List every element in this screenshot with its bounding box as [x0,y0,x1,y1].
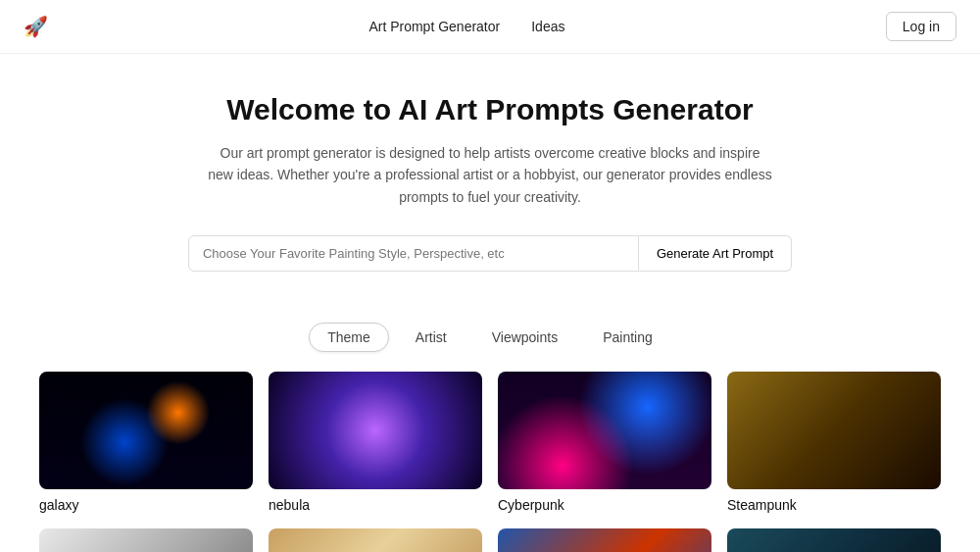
tab-theme[interactable]: Theme [309,323,389,352]
logo[interactable]: 🚀 [24,15,48,38]
gallery-item[interactable]: Cthulhu Mythos [727,528,941,552]
gallery-item-label: nebula [269,497,482,513]
gallery-item-label: Steampunk [727,497,941,513]
hero-section: Welcome to AI Art Prompts Generator Our … [0,54,980,323]
gallery-item[interactable]: galaxy [39,372,253,513]
tab-painting[interactable]: Painting [584,323,671,352]
hero-title: Welcome to AI Art Prompts Generator [16,93,964,126]
login-button[interactable]: Log in [886,12,956,41]
gallery-item-label: galaxy [39,497,253,513]
gallery-item[interactable]: Greek myths [269,528,482,552]
hero-description: Our art prompt generator is designed to … [206,142,774,208]
gallery-item[interactable]: robot [498,528,711,552]
search-row: Generate Art Prompt [16,235,964,272]
gallery-item[interactable]: Steampunk [727,372,941,513]
category-tabs: Theme Artist Viewpoints Painting [0,323,980,352]
gallery-item[interactable]: Nordic myths [39,528,253,552]
navbar: 🚀 Art Prompt Generator Ideas Log in [0,0,980,54]
generate-button[interactable]: Generate Art Prompt [639,235,792,272]
nav-link-art-prompt-generator[interactable]: Art Prompt Generator [368,19,500,34]
nav-link-ideas[interactable]: Ideas [531,19,564,34]
tab-viewpoints[interactable]: Viewpoints [473,323,576,352]
gallery-item[interactable]: nebula [269,372,482,513]
logo-icon: 🚀 [24,15,48,38]
search-input[interactable] [188,235,639,272]
nav-links: Art Prompt Generator Ideas [368,19,564,34]
gallery-item[interactable]: Cyberpunk [498,372,711,513]
tab-artist[interactable]: Artist [397,323,466,352]
gallery-item-label: Cyberpunk [498,497,711,513]
gallery-grid: galaxynebulaCyberpunkSteampunkNordic myt… [0,372,980,552]
